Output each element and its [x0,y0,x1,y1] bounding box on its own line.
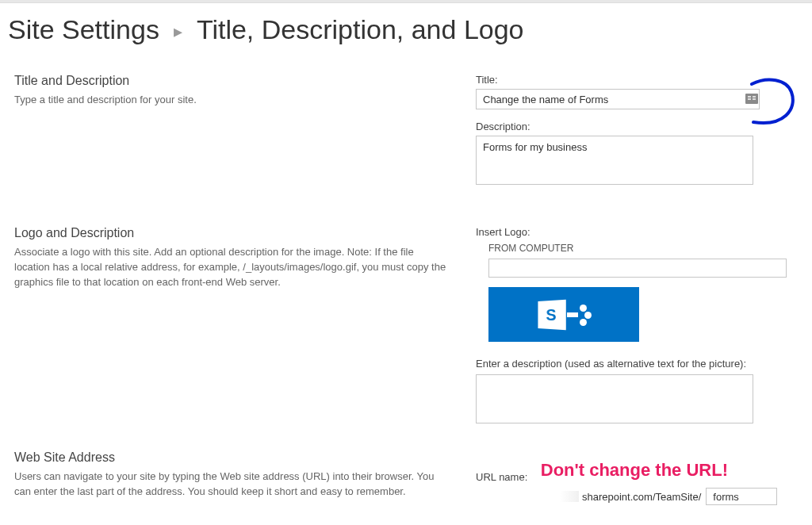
breadcrumb-parent-link[interactable]: Site Settings [8,14,159,45]
section-help-titledesc: Type a title and description for your si… [14,93,452,108]
description-field-label: Description: [476,121,804,132]
breadcrumb-separator-icon: ▸ [174,21,182,42]
url-name-input[interactable] [706,488,777,505]
url-name-label: URL name: [476,471,804,483]
alt-description-label: Enter a description (used as alternative… [476,358,804,370]
section-title-logodesc: Logo and Description [14,226,452,240]
url-prefix-text: sharepoint.com/TeamSite/ [582,491,701,503]
section-title-titledesc: Title and Description [14,74,452,88]
url-fade [560,491,579,502]
logo-path-input[interactable] [488,259,787,278]
sharepoint-logo-icon: S [537,301,591,329]
section-title-webaddr: Web Site Address [14,450,452,465]
breadcrumb: Site Settings ▸ Title, Description, and … [0,3,812,53]
description-input[interactable]: Forms for my business [476,136,753,185]
title-input[interactable] [476,89,760,109]
alt-description-input[interactable] [476,374,753,423]
insert-logo-label: Insert Logo: [476,226,804,238]
title-field-label: Title: [476,74,804,86]
keyboard-icon [745,94,758,104]
from-computer-label[interactable]: FROM COMPUTER [488,243,804,254]
breadcrumb-current: Title, Description, and Logo [197,14,524,45]
section-help-logodesc: Associate a logo with this site. Add an … [14,245,452,290]
section-help-webaddr: Users can navigate to your site by typin… [14,469,452,500]
logo-preview: S [488,287,639,342]
